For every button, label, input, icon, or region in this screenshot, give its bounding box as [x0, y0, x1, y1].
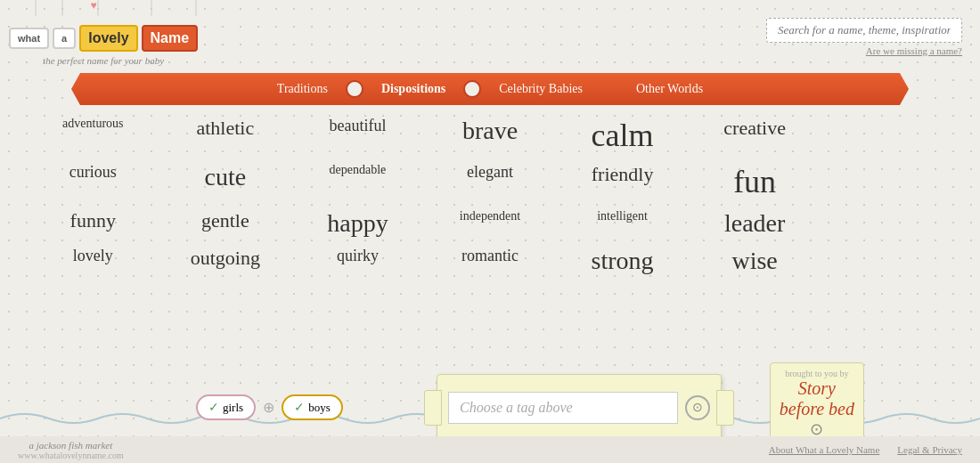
- girls-check-icon: ✓: [208, 400, 219, 415]
- tag-word[interactable]: dependable: [291, 163, 424, 200]
- nav-active-left-badge: [346, 80, 363, 98]
- tag-word[interactable]: friendly: [556, 163, 689, 200]
- tag-word[interactable]: happy: [291, 209, 424, 238]
- tag-word: [821, 163, 953, 200]
- story-badge-title: Storybefore bed: [780, 378, 854, 419]
- tag-word[interactable]: athletic: [159, 117, 292, 154]
- tag-word[interactable]: romantic: [424, 247, 557, 275]
- tag-word[interactable]: elegant: [424, 163, 557, 200]
- footer-left: a jackson fish market www.whatalovelynna…: [18, 440, 124, 460]
- tag-word[interactable]: creative: [689, 117, 821, 154]
- logo-tag-what: what: [9, 28, 49, 49]
- boys-check-icon: ✓: [294, 400, 305, 415]
- missing-name-link[interactable]: Are we missing a name?: [866, 45, 962, 56]
- tag-word: [821, 117, 953, 154]
- nav-item-other-worlds[interactable]: Other Worlds: [609, 80, 730, 98]
- girls-label: girls: [223, 401, 243, 415]
- svg-text:♥: ♥: [90, 0, 96, 12]
- nav-item-traditions[interactable]: Traditions: [250, 80, 355, 98]
- tag-word[interactable]: fun: [689, 163, 821, 200]
- tag-word[interactable]: brave: [424, 117, 557, 154]
- tape-search-icon[interactable]: ⊙: [685, 395, 710, 420]
- tag-word: [821, 247, 953, 275]
- footer-legal-link[interactable]: Legal & Privacy: [897, 444, 962, 455]
- tag-word[interactable]: funny: [27, 209, 159, 238]
- logo-area: ♥ what a lovely Name the perfect name fo…: [9, 9, 198, 66]
- tags-grid: adventurousathleticbeautifulbravecalmcre…: [0, 112, 980, 280]
- tape-input[interactable]: Choose a tag above: [448, 392, 678, 424]
- tag-word: [821, 209, 953, 238]
- tag-word[interactable]: gentle: [159, 209, 292, 238]
- tape-tab-right: [716, 390, 734, 426]
- story-badge: brought to you by Storybefore bed ⊙: [770, 362, 864, 445]
- logo-tag-name: Name: [142, 25, 199, 52]
- logo-subtitle: the perfect name for your baby: [43, 55, 164, 66]
- search-input[interactable]: [766, 18, 962, 43]
- logo-tags: ♥ what a lovely Name: [9, 9, 198, 52]
- logo-tag-lovely: lovely: [79, 25, 137, 52]
- filter-buttons: ✓ girls ⊕ ✓ boys: [196, 394, 343, 420]
- tag-word[interactable]: curious: [27, 163, 159, 200]
- tag-word[interactable]: independent: [424, 209, 557, 238]
- boys-label: boys: [308, 401, 331, 415]
- filter-boys-button[interactable]: ✓ boys: [282, 394, 343, 420]
- nav-ribbon: Traditions Dispositions Celebrity Babies…: [71, 73, 909, 105]
- footer: a jackson fish market www.whatalovelynna…: [0, 436, 980, 463]
- footer-company: a jackson fish market: [29, 440, 112, 451]
- search-tape: Choose a tag above ⊙: [437, 374, 722, 441]
- nav-item-celebrity[interactable]: Celebrity Babies: [472, 80, 609, 98]
- tag-word[interactable]: quirky: [291, 247, 424, 275]
- tag-word[interactable]: adventurous: [27, 117, 159, 154]
- footer-url: www.whatalovelynname.com: [18, 451, 124, 460]
- story-badge-label: brought to you by: [780, 369, 854, 378]
- filter-separator: ⊕: [263, 399, 274, 416]
- footer-about-link[interactable]: About What a Lovely Name: [769, 444, 879, 455]
- logo-tag-a: a: [53, 28, 76, 49]
- tag-word[interactable]: strong: [556, 247, 689, 275]
- tag-word[interactable]: wise: [689, 247, 821, 275]
- tag-word[interactable]: outgoing: [159, 247, 292, 275]
- tag-word[interactable]: lovely: [27, 247, 159, 275]
- tag-word[interactable]: leader: [689, 209, 821, 238]
- tag-word[interactable]: intelligent: [556, 209, 689, 238]
- footer-right: About What a Lovely Name Legal & Privacy: [769, 444, 962, 455]
- tag-word[interactable]: cute: [159, 163, 292, 200]
- tag-word[interactable]: calm: [556, 117, 689, 154]
- tag-word[interactable]: beautiful: [291, 117, 424, 154]
- tape-tab-left: [424, 390, 442, 426]
- nav-item-dispositions[interactable]: Dispositions: [355, 80, 472, 98]
- header: ♥ what a lovely Name the perfect name fo…: [0, 0, 980, 66]
- filter-girls-button[interactable]: ✓ girls: [196, 394, 256, 420]
- search-area: Are we missing a name?: [766, 18, 962, 56]
